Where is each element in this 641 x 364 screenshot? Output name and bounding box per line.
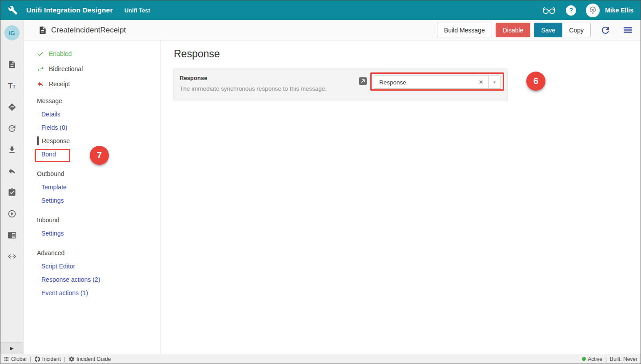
active-status-label: Active	[588, 356, 602, 362]
page-title: CreateIncidentReceipt	[51, 26, 126, 35]
reply-icon	[37, 80, 46, 88]
toolbar: Build Message Disable Save Copy	[437, 23, 633, 37]
document-icon[interactable]	[1, 54, 23, 75]
build-message-button[interactable]: Build Message	[437, 23, 492, 37]
nav-item-outbound-settings[interactable]: Settings	[37, 194, 160, 207]
download-icon[interactable]	[1, 139, 23, 160]
expand-rail-button[interactable]: ▶	[0, 342, 23, 354]
swap-arrows-icon	[37, 65, 46, 73]
check-icon	[37, 50, 46, 57]
integration-selector[interactable]: Incident Guide	[68, 356, 111, 362]
save-button[interactable]: Save	[534, 23, 562, 37]
reader-icon[interactable]	[1, 224, 23, 246]
nav-item-event-actions[interactable]: Event actions (1)	[37, 286, 160, 300]
environment-name[interactable]: Unifi Test	[124, 7, 150, 14]
reply-icon[interactable]	[1, 160, 23, 182]
incident-app-icon	[34, 356, 40, 362]
active-indicator-bar	[37, 136, 39, 145]
update-icon[interactable]	[1, 118, 23, 139]
message-nav-panel: Enabled Bidirectional Receipt Message De…	[24, 40, 160, 354]
chevron-down-icon[interactable]: ▼	[489, 76, 501, 88]
launch-icon[interactable]	[359, 77, 367, 85]
nav-status-bidirectional: Bidirectional	[37, 61, 160, 76]
directions-icon[interactable]	[1, 96, 23, 118]
app-selector[interactable]: Incident	[34, 356, 61, 362]
nav-item-fields[interactable]: Fields (0)	[37, 121, 160, 134]
user-avatar-icon[interactable]	[586, 4, 600, 17]
user-name[interactable]: Mike Ellis	[605, 7, 633, 14]
text-format-icon[interactable]: TT	[1, 75, 23, 96]
wrench-icon	[8, 5, 18, 15]
active-status-dot	[582, 357, 586, 361]
record-titlebar: CreateIncidentReceipt Build Message Disa…	[24, 20, 641, 40]
response-field-panel: Response The immediate synchronous respo…	[173, 68, 508, 101]
grid-icon	[4, 356, 9, 362]
help-icon[interactable]: ?	[566, 5, 576, 16]
refresh-icon[interactable]	[600, 25, 611, 36]
nav-section-inbound: Inbound	[37, 213, 160, 227]
built-status: Built: Never	[610, 356, 637, 362]
hamburger-menu-icon[interactable]	[622, 24, 633, 36]
nav-item-response[interactable]: Response	[37, 134, 160, 148]
response-reference-input[interactable]: Response ✕ ▼	[374, 76, 501, 89]
reference-value: Response	[374, 76, 474, 88]
nav-item-bond[interactable]: Bond	[37, 148, 160, 161]
clear-icon[interactable]: ✕	[474, 76, 488, 88]
response-section: Response Response The immediate synchron…	[160, 40, 641, 354]
nav-section-advanced: Advanced	[37, 246, 160, 260]
unifi-integration-designer-window: Unifi Integration Designer Unifi Test ?	[0, 0, 641, 364]
nav-section-outbound: Outbound	[37, 167, 160, 180]
tasks-icon[interactable]	[1, 182, 23, 203]
nav-item-details[interactable]: Details	[37, 108, 160, 121]
code-icon[interactable]	[1, 246, 23, 267]
glasses-icon[interactable]	[542, 6, 556, 15]
field-label: Response	[180, 75, 207, 81]
copy-button[interactable]: Copy	[562, 23, 591, 37]
document-icon	[38, 26, 47, 35]
status-bar: Global | Incident | Incident Guide Activ…	[0, 354, 641, 364]
nav-status-receipt: Receipt	[37, 76, 160, 92]
nav-item-inbound-settings[interactable]: Settings	[37, 227, 160, 240]
app-title: Unifi Integration Designer	[26, 6, 113, 14]
nav-section-message: Message	[37, 94, 160, 108]
gear-icon	[68, 356, 75, 362]
left-icon-rail: IG TT	[0, 20, 24, 354]
nav-item-response-actions[interactable]: Response actions (2)	[37, 273, 160, 286]
disable-button[interactable]: Disable	[496, 23, 531, 37]
app-header: Unifi Integration Designer Unifi Test ?	[0, 0, 641, 20]
nav-status-enabled: Enabled	[37, 46, 160, 61]
chevron-right-icon: ▶	[10, 346, 14, 351]
scope-selector[interactable]: Global	[4, 356, 27, 362]
integration-avatar[interactable]: IG	[4, 25, 20, 40]
nav-item-script-editor[interactable]: Script Editor	[37, 260, 160, 273]
play-circle-icon[interactable]	[1, 203, 23, 224]
section-heading: Response	[174, 48, 220, 60]
field-description: The immediate synchronous response to th…	[180, 85, 327, 92]
nav-item-template[interactable]: Template	[37, 180, 160, 194]
